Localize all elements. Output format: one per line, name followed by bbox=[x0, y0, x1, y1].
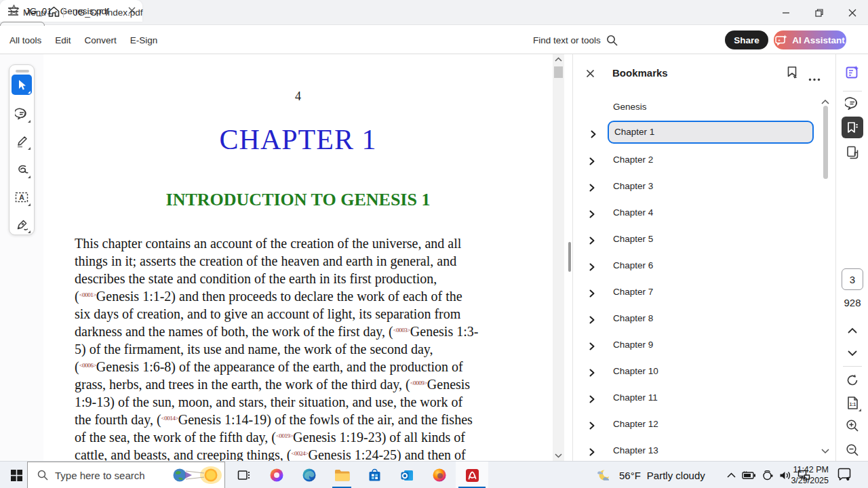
bookmark-expand-chevron[interactable] bbox=[588, 420, 596, 432]
bookmark-item[interactable]: Chapter 7 bbox=[573, 283, 817, 303]
next-page-button[interactable] bbox=[845, 346, 860, 361]
bookmark-item[interactable]: Chapter 4 bbox=[573, 203, 817, 224]
battery-icon[interactable] bbox=[742, 470, 756, 480]
options-ellipsis-icon[interactable] bbox=[808, 72, 821, 84]
microsoft-store-button[interactable] bbox=[358, 462, 391, 488]
close-panel-icon[interactable] bbox=[586, 68, 595, 81]
zoom-out-button[interactable] bbox=[845, 443, 860, 458]
taskbar-search-input[interactable]: Type here to search bbox=[27, 462, 225, 488]
bookmark-item[interactable]: Chapter 12 bbox=[573, 415, 817, 435]
zoom-in-button[interactable] bbox=[845, 418, 860, 433]
draw-tool-button[interactable] bbox=[12, 159, 32, 180]
bookmark-expand-chevron[interactable] bbox=[588, 262, 596, 274]
home-button[interactable] bbox=[47, 0, 60, 25]
scripture-ref-link[interactable]: 0001 bbox=[79, 291, 96, 298]
file-explorer-icon bbox=[334, 469, 350, 482]
ai-assistant-button[interactable]: AI Assistant bbox=[774, 30, 846, 49]
edge-button[interactable] bbox=[293, 462, 326, 488]
bookmark-item[interactable]: Chapter 9 bbox=[573, 336, 817, 356]
bookmark-expand-chevron[interactable] bbox=[588, 394, 596, 406]
weather-temperature[interactable]: 56°F bbox=[619, 470, 641, 481]
tab-jg-ot-index[interactable]: JG_OT Index.pdf bbox=[73, 0, 209, 25]
firefox-button[interactable] bbox=[423, 462, 456, 488]
bookmark-expand-chevron[interactable] bbox=[588, 314, 596, 327]
text-segment: of the sea, the work of the fifth day, ( bbox=[75, 430, 276, 445]
scripture-ref-link[interactable]: 0019 bbox=[276, 432, 293, 439]
tray-device-icon[interactable] bbox=[762, 470, 773, 481]
panel-scroll-down-icon[interactable] bbox=[821, 445, 829, 457]
scripture-ref-link[interactable]: 0003 bbox=[393, 327, 410, 333]
bookmark-item[interactable]: Chapter 6 bbox=[573, 256, 817, 277]
menu-button[interactable]: Menu bbox=[8, 0, 46, 25]
text-segment: 1:9-13) of the sun, moon, and stars, the… bbox=[75, 394, 462, 409]
task-view-icon bbox=[237, 469, 251, 481]
bookmark-expand-chevron[interactable] bbox=[588, 367, 596, 380]
bookmark-item[interactable]: Chapter 10 bbox=[573, 362, 817, 382]
previous-page-button[interactable] bbox=[845, 323, 860, 338]
bookmark-item[interactable]: Chapter 5 bbox=[573, 230, 817, 250]
panel-resize-handle[interactable] bbox=[568, 242, 571, 272]
add-text-tool-button[interactable]: A bbox=[12, 187, 32, 207]
menu-esign[interactable]: E-Sign bbox=[130, 35, 158, 45]
scripture-ref-link[interactable]: 0009 bbox=[410, 380, 427, 386]
text-segment: 5) of the firmament, its use and name, t… bbox=[75, 342, 433, 357]
taskbar-clock[interactable]: 11:42 PM 3/29/2025 bbox=[785, 464, 829, 486]
pages-copy-icon bbox=[846, 145, 860, 160]
system-tray: 56°F Partly cloudy bbox=[595, 462, 810, 488]
acrobat-button[interactable] bbox=[456, 462, 488, 488]
bookmark-expand-chevron[interactable] bbox=[588, 447, 596, 459]
scrollbar-thumb[interactable] bbox=[554, 66, 563, 78]
highlight-tool-button[interactable] bbox=[12, 131, 32, 151]
share-button[interactable]: Share bbox=[725, 30, 768, 49]
bookmark-expand-chevron[interactable] bbox=[588, 209, 596, 221]
add-bookmark-icon[interactable] bbox=[786, 66, 799, 83]
menu-convert[interactable]: Convert bbox=[85, 35, 117, 45]
bookmark-expand-chevron[interactable] bbox=[589, 129, 597, 141]
restore-button[interactable] bbox=[809, 0, 829, 25]
bookmark-expand-chevron[interactable] bbox=[588, 182, 596, 195]
scripture-ref-link[interactable]: 0006 bbox=[79, 362, 96, 369]
find-text-button[interactable]: Find text or tools bbox=[533, 26, 618, 54]
ai-assistant-panel-button[interactable] bbox=[845, 65, 860, 80]
task-view-button[interactable] bbox=[228, 462, 260, 488]
rotate-refresh-button[interactable] bbox=[845, 373, 860, 388]
action-center-button[interactable] bbox=[837, 467, 852, 485]
panel-scrollbar-thumb[interactable] bbox=[823, 106, 828, 179]
select-tool-button[interactable] bbox=[12, 75, 32, 95]
palette-drag-handle[interactable] bbox=[16, 70, 29, 73]
bookmark-item[interactable]: Chapter 1 bbox=[608, 121, 814, 144]
title-bar: Menu JG_OT Index.pdf JG_01 - Genesis.pdf… bbox=[0, 0, 868, 25]
bookmark-item[interactable]: Chapter 13 bbox=[573, 441, 817, 461]
document-scrollbar[interactable] bbox=[553, 54, 564, 461]
menu-edit[interactable]: Edit bbox=[55, 35, 71, 45]
bookmark-item[interactable]: Chapter 2 bbox=[573, 150, 817, 171]
rail-divider bbox=[843, 91, 862, 92]
bookmark-expand-chevron[interactable] bbox=[588, 235, 596, 247]
bookmark-label: Chapter 1 bbox=[614, 127, 654, 137]
outlook-button[interactable] bbox=[391, 462, 423, 488]
bookmark-expand-chevron[interactable] bbox=[588, 341, 596, 353]
bookmark-item[interactable]: Chapter 3 bbox=[573, 177, 817, 197]
page-display-button[interactable]: 1:1 bbox=[845, 395, 860, 410]
scripture-ref-link[interactable]: 0024 bbox=[291, 450, 308, 457]
current-page-input[interactable]: 3 bbox=[842, 268, 863, 290]
tray-expand-chevron-icon[interactable] bbox=[727, 472, 736, 478]
menu-all-tools[interactable]: All tools bbox=[9, 35, 41, 45]
weather-icon bbox=[595, 468, 613, 483]
weather-description[interactable]: Partly cloudy bbox=[647, 470, 705, 481]
bookmarks-panel-button[interactable] bbox=[842, 117, 863, 138]
scripture-ref-link[interactable]: 0014 bbox=[161, 415, 178, 422]
page-thumbnails-button[interactable] bbox=[845, 145, 860, 160]
bookmark-item[interactable]: Chapter 8 bbox=[573, 309, 817, 329]
bookmark-item[interactable]: Chapter 11 bbox=[573, 388, 817, 409]
file-explorer-button[interactable] bbox=[326, 462, 358, 488]
bookmark-item[interactable]: Genesis bbox=[573, 98, 817, 118]
fill-sign-tool-button[interactable] bbox=[12, 214, 32, 235]
bookmark-expand-chevron[interactable] bbox=[588, 156, 596, 168]
comments-panel-button[interactable] bbox=[845, 96, 860, 111]
bookmark-expand-chevron[interactable] bbox=[588, 288, 596, 300]
copilot-button[interactable] bbox=[260, 462, 293, 488]
close-window-button[interactable] bbox=[842, 0, 863, 25]
comment-tool-button[interactable] bbox=[12, 104, 32, 124]
minimize-button[interactable] bbox=[776, 0, 796, 25]
